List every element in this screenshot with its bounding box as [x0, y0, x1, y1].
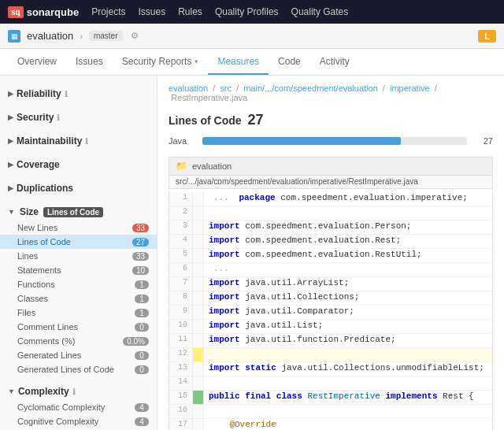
metric-value: 27 [248, 112, 264, 128]
main-layout: ▶ Reliability ℹ ▶ Security ℹ ▶ Maintaina… [0, 76, 504, 430]
bar-label: Java [169, 136, 196, 146]
code-row: 10 import java.util.List; [169, 320, 492, 334]
folder-label[interactable]: evaluation [192, 161, 232, 171]
nav-projects[interactable]: Projects [91, 6, 125, 17]
sidebar-section-coverage: ▶ Coverage [0, 153, 157, 176]
sidebar-item-classes[interactable]: Classes 1 [0, 291, 157, 306]
sidebar-item-comment-lines[interactable]: Comment Lines 0 [0, 320, 157, 334]
info-icon: ℹ [85, 137, 88, 146]
sidebar-item-lines[interactable]: Lines 33 [0, 249, 157, 263]
sidebar-item-functions[interactable]: Functions 1 [0, 277, 157, 291]
breadcrumb-evaluation[interactable]: evaluation [169, 83, 208, 93]
code-row: 9 import java.util.Comparator; [169, 306, 492, 320]
code-viewer: 1 ... package com.speedment.evaluation.i… [169, 192, 493, 430]
tab-measures[interactable]: Measures [208, 50, 269, 75]
code-row: 14 [169, 376, 492, 391]
tab-issues[interactable]: Issues [66, 50, 113, 75]
sidebar-section-maintainability: ▶ Maintainability ℹ [0, 129, 157, 153]
logo-text: sonarqube [27, 6, 79, 18]
project-name[interactable]: evaluation [27, 30, 73, 42]
nav-quality-gates[interactable]: Quality Gates [291, 6, 349, 17]
code-row: 17 @Override [169, 419, 492, 430]
sidebar-complexity-header[interactable]: ▼ Complexity ℹ [0, 383, 157, 400]
sidebar-section-size: ▼ Size Lines of Code New Lines 33 Lines … [0, 200, 157, 380]
breadcrumb-imperative[interactable]: imperative [390, 83, 430, 93]
tab-activity[interactable]: Activity [310, 50, 359, 75]
code-row: 1 ... package com.speedment.evaluation.i… [169, 192, 492, 206]
code-row: 4 import com.speedment.evaluation.Rest; [169, 235, 492, 249]
chevron-right-icon: ▶ [8, 137, 13, 145]
sidebar-reliability-header[interactable]: ▶ Reliability ℹ [0, 85, 157, 102]
code-row: 8 import java.util.Collections; [169, 291, 492, 306]
sidebar-section-duplications: ▶ Duplications [0, 176, 157, 200]
breadcrumb-main[interactable]: main/.../com/speedment/evaluation [243, 83, 378, 93]
sidebar-section-reliability: ▶ Reliability ℹ [0, 82, 157, 106]
sidebar-coverage-header[interactable]: ▶ Coverage [0, 156, 157, 173]
sidebar-item-statements[interactable]: Statements 10 [0, 263, 157, 277]
chevron-right-icon: ▶ [8, 161, 13, 169]
tab-overview[interactable]: Overview [8, 50, 66, 75]
breadcrumb-file: RestImperative.java [171, 93, 247, 102]
folder-icon: 📁 [176, 161, 187, 172]
sidebar-section-security: ▶ Security ℹ [0, 106, 157, 129]
code-row: 2 [169, 206, 492, 221]
code-row: 12 [169, 348, 492, 362]
file-tree-header: 📁 evaluation [169, 157, 493, 176]
code-row: 5 import com.speedment.evaluation.RestUt… [169, 249, 492, 263]
branch-badge[interactable]: master [89, 31, 123, 41]
sidebar-section-complexity: ▼ Complexity ℹ Cyclomatic Complexity 4 C… [0, 380, 157, 430]
chevron-right-icon: ▶ [8, 90, 13, 98]
settings-icon[interactable]: ⚙ [131, 31, 139, 41]
sidebar-item-new-lines[interactable]: New Lines 33 [0, 221, 157, 235]
sidebar-item-generated-lines-of-code[interactable]: Generated Lines of Code 0 [0, 362, 157, 376]
nav-issues[interactable]: Issues [139, 6, 166, 17]
file-path[interactable]: src/.../java/com/speedment/evaluation/im… [176, 177, 418, 186]
nav-quality-profiles[interactable]: Quality Profiles [215, 6, 279, 17]
sidebar-item-lines-of-code[interactable]: Lines of Code 27 [0, 235, 157, 249]
bar-chart-row: Java 27 [169, 136, 493, 146]
bar-fill [202, 137, 401, 145]
tab-bar: Overview Issues Security Reports ▾ Measu… [0, 49, 504, 76]
nav-rules[interactable]: Rules [178, 6, 202, 17]
bar-count: 27 [473, 136, 493, 146]
sidebar-maintainability-header[interactable]: ▶ Maintainability ℹ [0, 132, 157, 150]
sidebar-security-header[interactable]: ▶ Security ℹ [0, 109, 157, 126]
metric-title: Lines of Code [169, 114, 242, 127]
code-row: 15 public final class RestImperative imp… [169, 391, 492, 405]
sidebar-item-files[interactable]: Files 1 [0, 306, 157, 320]
top-navigation: sq sonarqube Projects Issues Rules Quali… [0, 0, 504, 24]
metric-header: Lines of Code 27 [169, 112, 493, 128]
info-icon: ℹ [57, 113, 60, 122]
chevron-right-icon: ▶ [8, 184, 13, 192]
code-row: 13 import static java.util.Collections.u… [169, 362, 492, 376]
sub-navigation: ▦ evaluation › master ⚙ L [0, 24, 504, 49]
tab-security-reports[interactable]: Security Reports ▾ [113, 50, 209, 75]
sidebar-item-comments-pct[interactable]: Comments (%) 0.0% [0, 334, 157, 348]
sidebar-size-header[interactable]: ▼ Size Lines of Code [0, 203, 157, 221]
project-icon: ▦ [8, 30, 20, 43]
sidebar-item-cognitive[interactable]: Cognitive Complexity 4 [0, 414, 157, 428]
code-row: 6 ... [169, 263, 492, 277]
code-row: 3 import com.speedment.evaluation.Person… [169, 221, 492, 235]
warning-badge: L [478, 30, 496, 43]
bar-track [202, 137, 467, 145]
logo[interactable]: sq sonarqube [8, 6, 79, 18]
chevron-right-icon: ▶ [8, 113, 13, 121]
chevron-down-icon: ▼ [8, 387, 15, 395]
info-icon: ℹ [72, 387, 76, 396]
breadcrumb-src[interactable]: src [220, 83, 232, 93]
content-area: evaluation / src / main/.../com/speedmen… [158, 76, 504, 430]
sidebar-item-generated-lines[interactable]: Generated Lines 0 [0, 348, 157, 362]
breadcrumb: evaluation / src / main/.../com/speedmen… [169, 83, 493, 102]
lines-of-code-badge: Lines of Code [43, 207, 103, 217]
breadcrumb-separator: › [80, 32, 83, 41]
chevron-down-icon: ▾ [195, 57, 198, 65]
code-row: 11 import java.util.function.Predicate; [169, 334, 492, 348]
sidebar: ▶ Reliability ℹ ▶ Security ℹ ▶ Maintaina… [0, 76, 158, 430]
sidebar-duplications-header[interactable]: ▶ Duplications [0, 180, 157, 197]
tab-code[interactable]: Code [269, 50, 310, 75]
chevron-down-icon: ▼ [8, 208, 15, 216]
code-row: 7 import java.util.ArrayList; [169, 277, 492, 291]
sidebar-item-cyclomatic[interactable]: Cyclomatic Complexity 4 [0, 400, 157, 414]
logo-icon: sq [8, 6, 24, 18]
